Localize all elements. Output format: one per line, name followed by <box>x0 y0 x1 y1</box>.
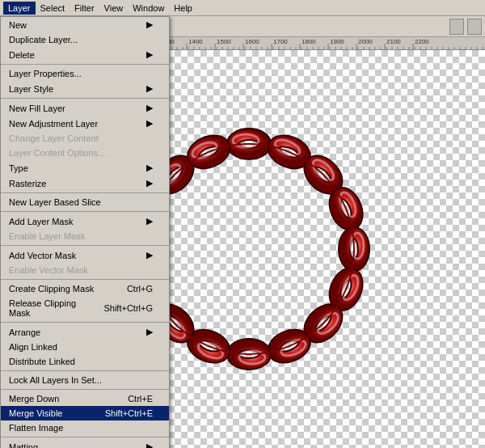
menubar-select[interactable]: Select <box>36 2 70 15</box>
menu-item-layer-content-options: Layer Content Options... <box>1 146 169 160</box>
menu-separator <box>1 245 169 246</box>
menu-item-add-layer-mask[interactable]: Add Layer Mask▶ <box>1 213 169 229</box>
menu-item-arrow: ▶ <box>146 178 153 188</box>
main-area: New▶Duplicate Layer...Delete▶Layer Prope… <box>0 37 485 448</box>
menu-item-label: Matting <box>9 442 38 449</box>
tool-presets-button[interactable] <box>467 19 482 35</box>
menu-item-label: Duplicate Layer... <box>9 35 78 44</box>
menu-item-new-fill-layer[interactable]: New Fill Layer▶ <box>1 100 169 116</box>
menu-separator <box>1 370 169 371</box>
menu-item-arrow: ▶ <box>146 250 153 260</box>
menu-item-label: Add Layer Mask <box>9 217 73 226</box>
menu-item-label: Layer Content Options... <box>9 148 105 158</box>
menu-item-arrange[interactable]: Arrange▶ <box>1 324 169 340</box>
menu-item-label: Lock All Layers In Set... <box>9 375 102 385</box>
menu-separator <box>1 322 169 323</box>
menu-item-label: Layer Style <box>9 84 53 94</box>
menu-item-label: Merge Down <box>9 394 59 404</box>
menu-item-arrow: ▶ <box>146 118 153 129</box>
menu-item-shortcut: Shift+Ctrl+E <box>105 408 153 418</box>
menubar-help[interactable]: Help <box>169 2 197 15</box>
menu-separator <box>1 211 169 212</box>
menu-item-label: Delete <box>9 50 35 60</box>
menu-item-arrow: ▶ <box>146 83 153 94</box>
svg-point-48 <box>144 144 354 354</box>
menu-item-label: Rasterize <box>9 179 46 188</box>
menu-item-merge-down[interactable]: Merge DownCtrl+E <box>1 391 169 406</box>
brushes-button[interactable] <box>449 19 464 35</box>
menu-item-enable-vector-mask: Enable Vector Mask <box>1 263 169 277</box>
menubar: Layer Select Filter View Window Help <box>0 0 485 16</box>
menu-item-layer-properties[interactable]: Layer Properties... <box>1 66 169 81</box>
menu-item-lock-all-layers-in-set[interactable]: Lock All Layers In Set... <box>1 373 169 387</box>
toolbar-right <box>449 19 482 35</box>
menu-item-label: New Layer Based Slice <box>9 197 101 207</box>
menu-item-new[interactable]: New▶ <box>1 17 169 32</box>
menu-item-arrow: ▶ <box>146 442 153 448</box>
menu-item-flatten-image[interactable]: Flatten Image <box>1 421 169 435</box>
menu-item-layer-style[interactable]: Layer Style▶ <box>1 81 169 96</box>
menu-item-label: Layer Properties... <box>9 69 82 78</box>
menu-item-arrow: ▶ <box>146 19 153 30</box>
menu-item-create-clipping-mask[interactable]: Create Clipping MaskCtrl+G <box>1 281 169 296</box>
menu-item-label: New Fill Layer <box>9 104 65 113</box>
menu-item-delete[interactable]: Delete▶ <box>1 47 169 62</box>
menu-item-arrow: ▶ <box>146 103 153 113</box>
menubar-layer[interactable]: Layer <box>3 2 36 15</box>
menubar-filter[interactable]: Filter <box>70 2 99 15</box>
menu-item-arrow: ▶ <box>146 163 153 173</box>
menu-item-arrow: ▶ <box>146 216 153 226</box>
menu-item-label: Flatten Image <box>9 423 63 433</box>
menu-item-rasterize[interactable]: Rasterize▶ <box>1 175 169 191</box>
menu-item-shortcut: Shift+Ctrl+G <box>103 303 153 313</box>
menu-item-merge-visible[interactable]: Merge VisibleShift+Ctrl+E <box>1 406 169 421</box>
menu-separator <box>1 64 169 65</box>
menu-item-arrow: ▶ <box>146 49 153 60</box>
menu-item-new-adjustment-layer[interactable]: New Adjustment Layer▶ <box>1 116 169 131</box>
menubar-window[interactable]: Window <box>128 2 169 15</box>
menu-item-change-layer-content: Change Layer Content <box>1 131 169 146</box>
menu-item-label: Type <box>9 163 28 173</box>
menu-item-label: New Adjustment Layer <box>9 119 98 129</box>
menu-item-new-layer-based-slice[interactable]: New Layer Based Slice <box>1 195 169 209</box>
menu-item-duplicate-layer[interactable]: Duplicate Layer... <box>1 32 169 47</box>
menu-item-add-vector-mask[interactable]: Add Vector Mask▶ <box>1 247 169 263</box>
menu-separator <box>1 389 169 390</box>
menu-item-label: Merge Visible <box>9 408 62 418</box>
menu-item-label: Enable Vector Mask <box>9 265 88 275</box>
menu-separator <box>1 279 169 280</box>
menu-item-matting[interactable]: Matting▶ <box>1 439 169 448</box>
menu-item-align-linked[interactable]: Align Linked <box>1 340 169 354</box>
menu-separator <box>1 192 169 193</box>
menu-item-label: Distribute Linked <box>9 357 75 366</box>
menu-item-type[interactable]: Type▶ <box>1 160 169 175</box>
menu-item-enable-layer-mask: Enable Layer Mask <box>1 229 169 243</box>
menu-separator <box>1 437 169 437</box>
menu-item-label: Enable Layer Mask <box>9 231 85 241</box>
menu-item-label: Arrange <box>9 328 40 337</box>
menu-item-shortcut: Ctrl+E <box>128 394 153 404</box>
menu-item-label: Align Linked <box>9 342 57 352</box>
layer-dropdown-menu: New▶Duplicate Layer...Delete▶Layer Prope… <box>0 16 170 448</box>
menu-item-arrow: ▶ <box>146 327 153 337</box>
menu-separator <box>1 98 169 99</box>
menu-item-distribute-linked[interactable]: Distribute Linked <box>1 354 169 369</box>
menu-item-label: Add Vector Mask <box>9 251 76 260</box>
menu-item-label: New <box>9 20 27 30</box>
menu-item-label: Create Clipping Mask <box>9 284 94 294</box>
menubar-view[interactable]: View <box>99 2 129 15</box>
menu-item-label: Release Clipping Mask <box>9 298 87 318</box>
menu-item-shortcut: Ctrl+G <box>127 284 153 294</box>
menu-item-label: Change Layer Content <box>9 133 99 143</box>
menu-item-release-clipping-mask[interactable]: Release Clipping MaskShift+Ctrl+G <box>1 296 169 320</box>
